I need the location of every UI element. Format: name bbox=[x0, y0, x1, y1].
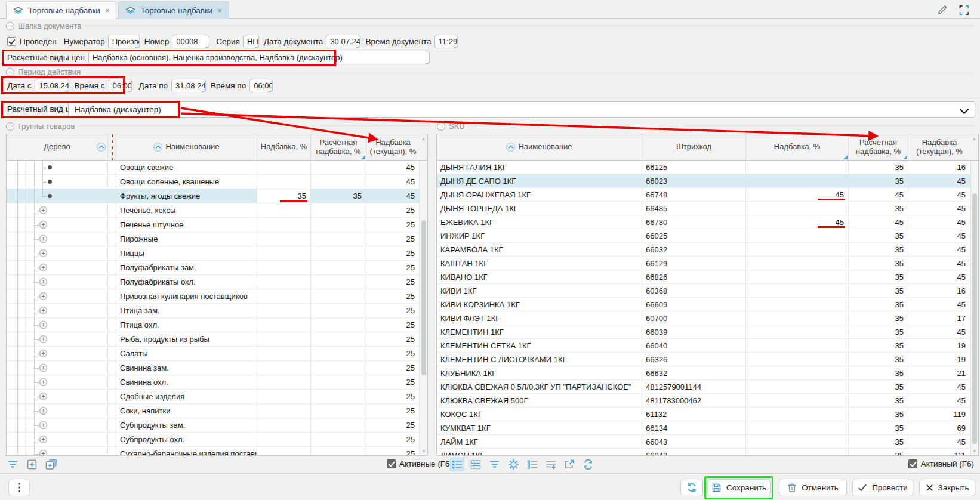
groups-table-row[interactable]: +Птица зам.25 bbox=[7, 304, 420, 318]
close-button[interactable]: Закрыть bbox=[919, 479, 975, 496]
scroll-up-icon[interactable]: ▲ bbox=[420, 134, 427, 161]
sku-table-row[interactable]: КИВАНО 1КГ668263545 bbox=[437, 270, 970, 284]
groups-table-row[interactable]: +Салаты25 bbox=[7, 347, 420, 361]
sku-table-row[interactable]: КУМКВАТ 1КГ661343569 bbox=[437, 421, 970, 435]
numerator-field[interactable]: Произво bbox=[108, 35, 140, 48]
groups-table-row[interactable]: Овощи свежие45 bbox=[7, 161, 420, 175]
groups-table-row[interactable]: Фрукты, ягоды свежие353545 bbox=[7, 189, 420, 203]
doc-date-field[interactable]: 30.07.24 bbox=[326, 35, 360, 48]
groups-table-row[interactable]: +Соки, напитки25 bbox=[7, 404, 420, 418]
groups-table-row[interactable]: +Пиццы25 bbox=[7, 246, 420, 261]
markup-cell[interactable]: 45 bbox=[746, 215, 849, 229]
markup-cell[interactable] bbox=[746, 243, 849, 256]
markup-cell[interactable]: 45 bbox=[746, 188, 849, 201]
sku-table-row[interactable]: ЕЖЕВИКА 1КГ66780454545 bbox=[437, 215, 970, 229]
markup-cell[interactable] bbox=[257, 447, 311, 455]
markup-cell[interactable] bbox=[257, 418, 311, 432]
markup-cell[interactable] bbox=[746, 325, 849, 338]
scrollbar-thumb[interactable] bbox=[421, 220, 426, 375]
markup-cell[interactable] bbox=[257, 361, 311, 375]
markup-cell[interactable] bbox=[257, 318, 311, 332]
groups-table-row[interactable]: +Птица охл.25 bbox=[7, 318, 420, 332]
sku-table-row[interactable]: КЛЮКВА СВЕЖАЯ 0.5Л/0.3КГ УП "ПАРТИЗАНСКО… bbox=[437, 380, 970, 394]
tree-expand-icon[interactable]: + bbox=[39, 307, 47, 314]
groups-table-row[interactable]: +Полуфабрикаты охл.25 bbox=[7, 275, 420, 289]
filter-icon[interactable] bbox=[487, 458, 502, 471]
tree-expand-icon[interactable]: + bbox=[39, 321, 47, 329]
tree-expand-icon[interactable]: + bbox=[39, 407, 47, 415]
sku-table-row[interactable]: КИВИ ФЛЭТ 1КГ607003517 bbox=[437, 311, 970, 325]
numbered-list-icon[interactable] bbox=[525, 458, 540, 471]
markup-cell[interactable] bbox=[257, 404, 311, 418]
markup-cell[interactable] bbox=[257, 203, 311, 217]
markup-cell[interactable] bbox=[257, 175, 311, 189]
date-to-field[interactable]: 31.08.24 bbox=[171, 79, 206, 92]
sku-table-row[interactable]: ДЫНЯ ТОРПЕДА 1КГ664853545 bbox=[437, 202, 970, 215]
markup-cell[interactable] bbox=[746, 435, 849, 448]
markup-cell[interactable] bbox=[746, 257, 849, 270]
scroll-up-icon[interactable]: ▲ bbox=[970, 134, 978, 161]
add-group-icon[interactable] bbox=[45, 459, 57, 473]
markup-cell[interactable] bbox=[257, 275, 311, 289]
groups-table-row[interactable]: +Печенье, кексы25 bbox=[7, 203, 420, 218]
calc-price-kinds-field[interactable]: Надбавка (основная), Наценка производств… bbox=[88, 51, 430, 64]
sku-table-row[interactable]: КЛЕМЕНТИН 1КГ660393545 bbox=[437, 325, 970, 339]
doc-time-field[interactable]: 11:29 bbox=[434, 35, 458, 48]
tree-expand-icon[interactable]: + bbox=[39, 421, 47, 429]
tab-trade-markups-1[interactable]: Торговые надбавки × bbox=[6, 1, 116, 19]
reread-icon[interactable] bbox=[581, 458, 596, 471]
groups-table-row[interactable]: +Свинина зам.25 bbox=[7, 361, 420, 375]
add-rows-icon[interactable] bbox=[544, 458, 558, 471]
markup-cell[interactable] bbox=[746, 449, 849, 455]
groups-table-row[interactable]: Овощи соленые, квашеные45 bbox=[7, 175, 420, 189]
groups-table-row[interactable]: +Полуфабрикаты зам.25 bbox=[7, 261, 420, 275]
collapse-group-icon[interactable] bbox=[6, 122, 14, 131]
markup-cell[interactable] bbox=[257, 261, 311, 274]
col-header-calc-markup[interactable]: Расчетная надбавка, % bbox=[849, 134, 908, 161]
groups-table-row[interactable]: +Привозная кулинария поставщиков25 bbox=[7, 289, 420, 304]
sku-table-row[interactable]: КИВИ КОРЗИНКА 1КГ666093545 bbox=[437, 298, 970, 311]
markup-cell[interactable] bbox=[257, 161, 311, 174]
open-in-window-icon[interactable] bbox=[562, 458, 577, 471]
groups-table-row[interactable]: +Субпродукты зам.25 bbox=[7, 418, 420, 433]
sku-table-row[interactable]: КИВИ 1КГ603683516 bbox=[437, 284, 970, 298]
collapse-group-icon[interactable] bbox=[6, 68, 14, 76]
markup-cell[interactable] bbox=[257, 375, 311, 389]
sku-table-row[interactable]: ЛАЙМ 1КГ660433545 bbox=[437, 435, 970, 449]
sku-table-row[interactable]: КАРАМБОЛА 1КГ660323545 bbox=[437, 243, 970, 257]
markup-cell[interactable] bbox=[746, 311, 849, 325]
time-to-field[interactable]: 06:00 bbox=[249, 79, 273, 92]
refresh-button[interactable] bbox=[680, 479, 703, 496]
date-from-field[interactable]: 15.08.24 bbox=[35, 79, 69, 92]
settings-gear-icon[interactable] bbox=[506, 457, 521, 472]
markup-cell[interactable] bbox=[746, 284, 849, 297]
markup-cell[interactable] bbox=[746, 174, 849, 187]
markup-cell[interactable] bbox=[746, 298, 849, 311]
tab-trade-markups-2[interactable]: Торговые надбавки × bbox=[118, 1, 229, 19]
markup-cell[interactable] bbox=[257, 218, 311, 232]
sku-table-row[interactable]: КЛЕМЕНТИН С ЛИСТОЧКАМИ 1КГ663263519 bbox=[437, 353, 970, 366]
sku-table-row[interactable]: КОКОС 1КГ6113235119 bbox=[437, 408, 970, 421]
groups-table-row[interactable]: +Свинина охл.25 bbox=[7, 375, 420, 390]
groups-vertical-scrollbar[interactable]: ▼ bbox=[420, 161, 427, 455]
price-type-dropdown[interactable]: Надбавка (дискаунтер) bbox=[68, 101, 975, 118]
col-header-current-markup[interactable]: Надбавка (текущая), % bbox=[366, 134, 420, 161]
col-header-markup[interactable]: Надбавка, % bbox=[257, 134, 311, 161]
save-button[interactable]: Сохранить bbox=[707, 479, 771, 496]
col-header-barcode[interactable]: Штрихкод bbox=[642, 134, 746, 161]
markup-cell[interactable] bbox=[746, 229, 849, 242]
scroll-down-icon[interactable]: ▼ bbox=[971, 449, 978, 454]
tree-expand-icon[interactable]: + bbox=[39, 206, 47, 214]
groups-table-row[interactable]: +Печенье штучное25 bbox=[7, 218, 420, 232]
markup-cell[interactable] bbox=[746, 380, 849, 393]
tree-expand-icon[interactable]: + bbox=[39, 378, 47, 386]
tab-close-icon[interactable]: × bbox=[217, 6, 222, 15]
number-field[interactable]: 00008 bbox=[172, 35, 209, 48]
fullscreen-icon[interactable] bbox=[958, 4, 970, 18]
markup-cell[interactable] bbox=[746, 353, 849, 366]
markup-cell[interactable] bbox=[746, 202, 849, 215]
post-button[interactable]: Провести bbox=[852, 479, 913, 496]
tree-expand-icon[interactable]: + bbox=[39, 235, 47, 243]
tree-expand-icon[interactable]: + bbox=[39, 278, 47, 286]
sku-table-row[interactable]: ИНЖИР 1КГ660253545 bbox=[437, 229, 970, 243]
